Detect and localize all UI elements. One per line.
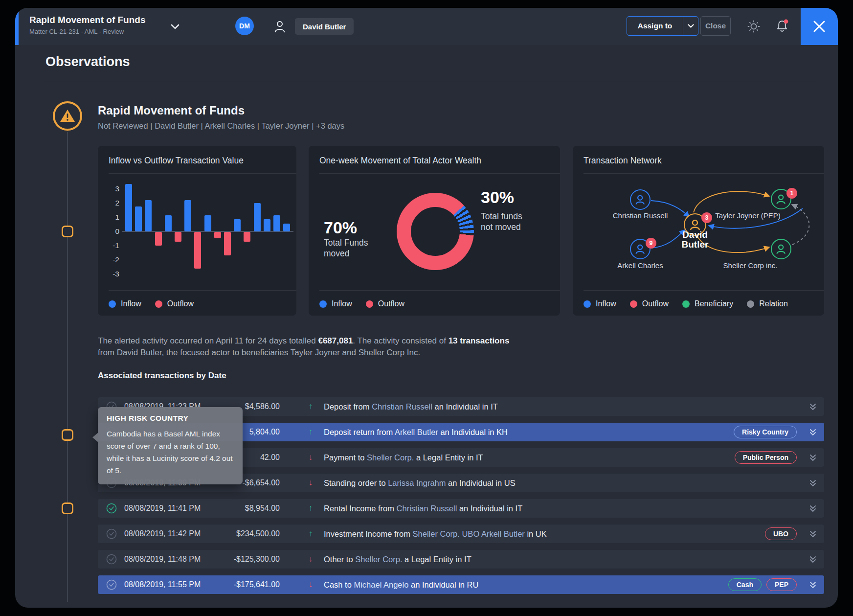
y-tick: 0: [101, 227, 119, 236]
transaction-description: Deposit return from Arkell Butler an Ind…: [324, 423, 508, 441]
transaction-date: 08/08/2019, 11:41 PM: [124, 499, 201, 518]
chevron-down-icon[interactable]: [171, 23, 180, 31]
entity-name: Christian Russell: [397, 504, 457, 513]
entity-name: Arkell Butler: [395, 428, 438, 436]
inflow-bar: [184, 200, 191, 231]
person-icon[interactable]: [272, 19, 287, 36]
expand-row-chevron-icon[interactable]: [809, 403, 816, 413]
y-tick: 3: [101, 184, 119, 193]
transaction-amount: $234,500.00: [225, 525, 280, 543]
entity-name: Michael Angelo: [354, 580, 408, 589]
app-window: Rapid Movement of Funds Matter CL-21-231…: [15, 8, 838, 608]
card-title: One-week Movement of Total Actor Wealth: [319, 156, 481, 166]
legend-dot: [682, 300, 690, 308]
card-inflow-outflow-chart: Inflow vs Outflow Transaction Value 3210…: [98, 146, 296, 316]
expand-row-chevron-icon[interactable]: [809, 530, 816, 540]
entity-name: Sheller Corp. UBO Arkell Butler: [413, 529, 525, 538]
card-transaction-network: Transaction Network Christian Russell3Da…: [573, 146, 824, 316]
legend-item: Outflow: [630, 299, 669, 308]
inflow-bar: [165, 215, 172, 231]
entity-name: Sheller Corp.: [355, 555, 402, 564]
outflow-bar: [244, 232, 250, 242]
user-pill[interactable]: David Butler: [295, 18, 354, 35]
outflow-bar: [224, 232, 231, 255]
alert-meta: Not Reviewed | David Butler | Arkell Cha…: [98, 121, 344, 131]
expand-row-chevron-icon[interactable]: [809, 454, 816, 464]
timeline-line: [67, 132, 68, 602]
node-label: Arkell Charles: [601, 261, 679, 270]
legend-item: Inflow: [584, 299, 616, 308]
legend-dot: [366, 300, 373, 308]
status-badge: Risky Country: [734, 426, 797, 438]
legend-card3: InflowOutflowBeneficiaryRelation: [584, 296, 788, 312]
y-tick: -3: [101, 270, 119, 278]
entity-name: Sheller Corp.: [367, 453, 414, 462]
legend-dot: [630, 300, 637, 308]
bar-chart-plot: [125, 180, 293, 285]
person-icon: [633, 242, 647, 255]
legend-item: Outflow: [366, 299, 404, 308]
network-node[interactable]: [630, 189, 651, 210]
transaction-description: Deposit from Christian Russell an Indivi…: [324, 397, 498, 416]
y-tick: -2: [101, 255, 119, 264]
timeline-marker[interactable]: [62, 502, 73, 514]
avatar[interactable]: DM: [235, 17, 254, 35]
transactions-heading: Associated transactions by Date: [98, 371, 226, 381]
status-badge: UBO: [765, 527, 797, 540]
tooltip-body: Cambodia has a Basel AML index score of …: [107, 428, 234, 477]
close-button[interactable]: Close: [700, 16, 731, 36]
transaction-row[interactable]: 08/08/2019, 11:42 PM$234,500.00↑Investme…: [98, 525, 824, 543]
pct-moved: 70%: [324, 218, 368, 237]
transaction-row[interactable]: 08/08/2019, 11:55 PM-$175,641.00↓Cash to…: [98, 575, 824, 594]
expand-row-chevron-icon[interactable]: [809, 479, 816, 489]
outflow-bar: [175, 232, 181, 242]
assign-to-button[interactable]: Assign to: [627, 17, 683, 35]
edge-outflow: [694, 191, 769, 212]
assign-to-caret-button[interactable]: [683, 17, 698, 35]
legend-item: Outflow: [155, 299, 194, 308]
divider: [45, 81, 816, 81]
panel-close-button[interactable]: [801, 8, 838, 45]
entity-name: Larissa Ingrahm: [388, 479, 446, 487]
row-check-icon[interactable]: [106, 503, 117, 516]
notifications-bell-icon[interactable]: [774, 18, 790, 37]
matter-title: Rapid Movement of Funds: [29, 15, 146, 25]
warning-icon: [53, 101, 82, 131]
expand-row-chevron-icon[interactable]: [809, 581, 816, 591]
card-title: Inflow vs Outflow Transaction Value: [109, 156, 244, 166]
network-node[interactable]: [771, 239, 791, 259]
expand-row-chevron-icon[interactable]: [809, 556, 816, 566]
donut-chart: [397, 193, 474, 270]
transaction-date: 08/08/2019, 11:42 PM: [124, 525, 201, 543]
inflow-bar: [234, 219, 241, 231]
brightness-icon[interactable]: [746, 19, 761, 36]
row-check-icon[interactable]: [106, 528, 117, 541]
assign-to-split-button: Assign to: [627, 16, 698, 36]
row-check-icon[interactable]: [106, 554, 117, 567]
transaction-row[interactable]: 08/08/2019, 11:48 PM-$125,300.00↓Other t…: [98, 550, 824, 569]
transaction-description: Cash to Michael Angelo an Individual in …: [324, 575, 478, 594]
transaction-amount: $8,954.00: [225, 499, 280, 518]
legend-dot: [319, 300, 327, 308]
inflow-bar: [273, 215, 280, 231]
node-label: Tayler Joyner (PEP): [704, 211, 792, 220]
high-risk-country-tooltip: HIGH RISK COUNTRY Cambodia has a Basel A…: [98, 407, 243, 484]
inflow-bar: [125, 184, 132, 231]
legend-item: Beneficiary: [682, 299, 733, 308]
person-icon: [633, 193, 647, 206]
arrow-down-icon: ↓: [305, 575, 316, 594]
transaction-description: Other to Sheller Corp. a Legal Entity in…: [324, 550, 471, 569]
arrow-down-icon: ↓: [305, 448, 316, 467]
expand-row-chevron-icon[interactable]: [809, 505, 816, 515]
timeline-marker[interactable]: [62, 429, 73, 441]
timeline-marker[interactable]: [62, 226, 73, 237]
transaction-row[interactable]: 08/08/2019, 11:41 PM$8,954.00↑Rental Inc…: [98, 499, 824, 518]
inflow-bar: [264, 219, 270, 231]
row-check-icon[interactable]: [106, 579, 117, 592]
legend-card2: InflowOutflow: [319, 296, 404, 312]
alert-summary: The alerted activity occurred on April 1…: [98, 335, 511, 358]
donut-callout-not-moved: 30% Total funds not moved: [481, 188, 522, 232]
page-title: Observations: [45, 54, 130, 69]
inflow-bar: [283, 224, 290, 231]
expand-row-chevron-icon[interactable]: [809, 429, 816, 438]
